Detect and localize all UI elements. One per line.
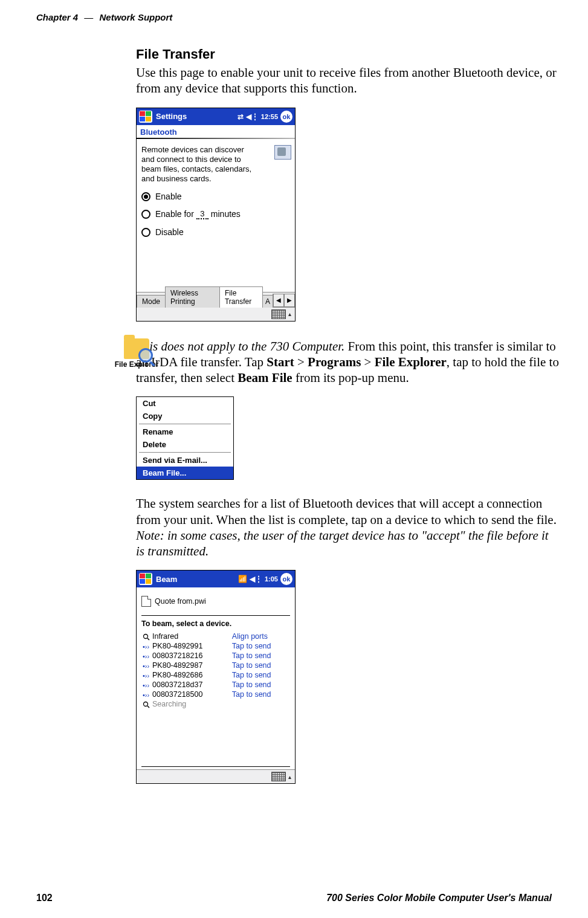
- radio-disable[interactable]: Disable: [141, 227, 290, 238]
- beam-instruction: To beam, select a device.: [141, 619, 290, 628]
- clock: 1:05: [265, 575, 278, 583]
- bluetooth-icon: •››: [143, 682, 150, 689]
- radio-enable[interactable]: Enable: [141, 192, 290, 202]
- device-row[interactable]: •››008037218d37Tap to send: [141, 680, 290, 690]
- bluetooth-icon: •››: [143, 662, 150, 670]
- gt2: >: [361, 355, 374, 369]
- device-action: [231, 699, 290, 709]
- clock: 12:55: [261, 113, 278, 120]
- device-row[interactable]: •››008037218216Tap to send: [141, 651, 290, 661]
- tab-scroll-left[interactable]: ◀: [273, 294, 284, 307]
- running-footer: 102 700 Series Color Mobile Computer Use…: [36, 893, 552, 903]
- p3a: The system searches for a list of Blueto…: [136, 496, 557, 526]
- tab-mode[interactable]: Mode: [137, 295, 166, 308]
- device-action[interactable]: Tap to send: [231, 651, 290, 661]
- device-action[interactable]: Tap to send: [231, 641, 290, 651]
- device-action[interactable]: Tap to send: [231, 690, 290, 699]
- p3-note: Note: in some cases, the user of the tar…: [136, 528, 549, 558]
- tab-extra[interactable]: A: [262, 295, 273, 308]
- menu-separator: [139, 424, 231, 424]
- beam-file-row: Quote from.pwi: [141, 596, 290, 607]
- keyboard-icon[interactable]: [271, 309, 286, 319]
- menu-cut[interactable]: Cut: [137, 397, 233, 410]
- card-icon[interactable]: [274, 145, 291, 160]
- device-action[interactable]: Tap to send: [231, 680, 290, 690]
- radio-enable-for[interactable]: Enable for minutes: [141, 209, 290, 220]
- svg-point-2: [144, 702, 148, 706]
- sip-bar: ▴: [137, 307, 295, 321]
- menu-separator: [139, 452, 231, 453]
- screenshot-context-menu: Cut Copy Rename Delete Send via E-mail..…: [136, 396, 234, 480]
- chapter-label: Chapter 4: [36, 12, 78, 22]
- start-icon[interactable]: [139, 111, 152, 123]
- device-name: PK80-4892987: [152, 661, 202, 670]
- bluetooth-icon: •››: [143, 653, 150, 660]
- beam-body: Quote from.pwi To beam, select a device.…: [137, 587, 295, 769]
- status-icons: 📶 ◀⋮ 1:05: [238, 575, 278, 583]
- device-row[interactable]: •››PK80-4892991Tap to send: [141, 641, 290, 651]
- radio-enable-for-post: minutes: [211, 209, 241, 220]
- heading-rule: [137, 138, 295, 139]
- sip-up-icon[interactable]: ▴: [288, 774, 291, 780]
- tab-scroll-arrows: ◀ ▶: [273, 294, 295, 307]
- menu-delete[interactable]: Delete: [137, 438, 233, 451]
- start-icon[interactable]: [139, 573, 152, 585]
- ui-start: Start: [267, 355, 294, 369]
- tab-bar: Mode Wireless Printing File Transfer A ◀…: [137, 292, 295, 307]
- page: Chapter 4 — Network Support File Transfe…: [0, 0, 588, 918]
- settings-title: Settings: [156, 112, 187, 121]
- radio-enable-label: Enable: [155, 192, 182, 202]
- document-icon: [141, 596, 151, 607]
- volume-icon[interactable]: ◀⋮: [250, 575, 262, 583]
- minutes-input[interactable]: [196, 209, 208, 219]
- tab-wireless-printing[interactable]: Wireless Printing: [165, 286, 220, 308]
- device-action[interactable]: Tap to send: [231, 670, 290, 680]
- bluetooth-icon: •››: [143, 691, 150, 699]
- device-row[interactable]: •››PK80-4892686Tap to send: [141, 670, 290, 680]
- device-action[interactable]: Align ports: [231, 632, 290, 641]
- radio-disable-label: Disable: [155, 227, 184, 238]
- infrared-icon: [143, 633, 150, 641]
- divider: [141, 615, 290, 616]
- device-name: Infrared: [152, 632, 178, 641]
- sip-up-icon[interactable]: ▴: [288, 311, 291, 317]
- radio-enable-for-pre: Enable for: [155, 209, 194, 220]
- connectivity-icon[interactable]: ⇄: [237, 112, 244, 121]
- menu-send-email[interactable]: Send via E-mail...: [137, 454, 233, 467]
- settings-titlebar: Settings ⇄ ◀⋮ 12:55 ok: [137, 108, 295, 125]
- paragraph-beam: The system searches for a list of Blueto…: [136, 496, 559, 559]
- manual-title: 700 Series Color Mobile Computer User's …: [326, 893, 552, 903]
- magnifier-icon: [138, 348, 153, 363]
- device-list: InfraredAlign ports•››PK80-4892991Tap to…: [141, 632, 290, 709]
- radio-icon: [141, 210, 150, 219]
- bluetooth-description: Remote devices can discover and connect …: [141, 145, 256, 184]
- device-row[interactable]: •››PK80-4892987Tap to send: [141, 661, 290, 670]
- beam-file-name: Quote from.pwi: [155, 597, 206, 606]
- ok-button[interactable]: ok: [280, 573, 292, 585]
- header-dash: —: [84, 12, 93, 22]
- status-icons: ⇄ ◀⋮ 12:55: [237, 112, 278, 121]
- device-name: 008037218d37: [152, 680, 202, 689]
- gt1: >: [294, 355, 308, 369]
- beam-title: Beam: [156, 575, 177, 584]
- ui-beam-file: Beam File: [237, 370, 292, 385]
- svg-point-0: [144, 634, 148, 638]
- folder-icon: [124, 338, 149, 359]
- connectivity-icon[interactable]: 📶: [238, 575, 247, 583]
- tab-file-transfer[interactable]: File Transfer: [219, 286, 263, 308]
- p2c: from its pop-up menu.: [292, 370, 409, 385]
- keyboard-icon[interactable]: [271, 772, 286, 781]
- volume-icon[interactable]: ◀⋮: [246, 112, 259, 121]
- screenshot-settings-bluetooth: Settings ⇄ ◀⋮ 12:55 ok Bluetooth Remote …: [136, 108, 296, 322]
- paragraph-file-explorer: This does not apply to the 730 Computer.…: [136, 338, 559, 386]
- device-action[interactable]: Tap to send: [231, 661, 290, 670]
- menu-beam-file[interactable]: Beam File...: [137, 467, 233, 479]
- content-column: File Transfer Use this page to enable yo…: [136, 47, 559, 322]
- svg-line-1: [147, 638, 149, 640]
- device-row[interactable]: •››008037218500Tap to send: [141, 690, 290, 699]
- ok-button[interactable]: ok: [280, 111, 292, 123]
- device-row[interactable]: InfraredAlign ports: [141, 632, 290, 641]
- tab-scroll-right[interactable]: ▶: [284, 294, 295, 307]
- menu-rename[interactable]: Rename: [137, 425, 233, 438]
- menu-copy[interactable]: Copy: [137, 410, 233, 422]
